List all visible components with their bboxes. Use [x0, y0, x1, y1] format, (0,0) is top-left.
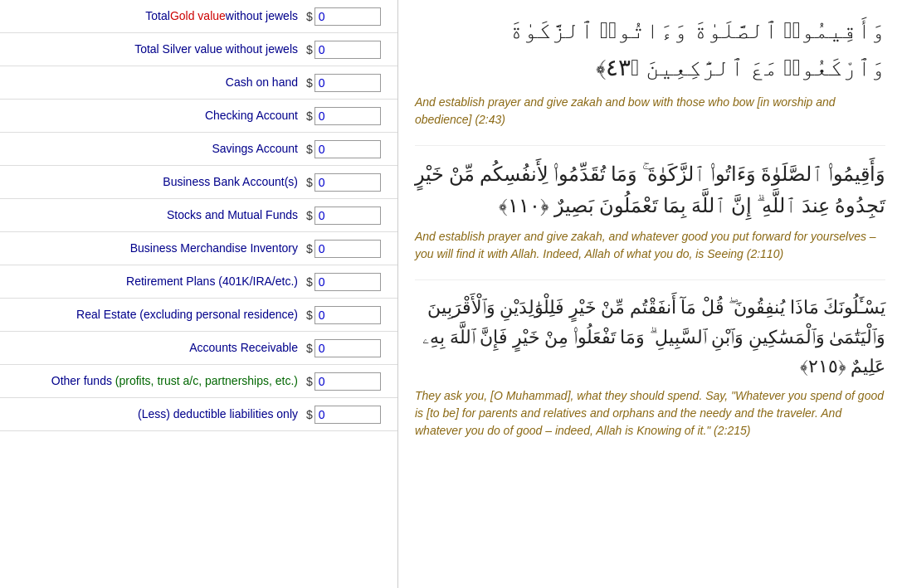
label-accounts-receivable: Accounts Receivable	[0, 340, 306, 355]
dollar-sign: $	[306, 242, 313, 255]
label-total-silver: Total Silver value without jewels	[0, 41, 306, 56]
form-row-total-silver: Total Silver value without jewels $	[0, 33, 397, 66]
input-group-liabilities: $	[306, 406, 397, 424]
label-real-estate: Real Estate (excluding personal residenc…	[0, 307, 306, 322]
input-group-retirement: $	[306, 273, 397, 291]
form-row-retirement: Retirement Plans (401K/IRA/etc.) $	[0, 265, 397, 299]
input-cash-on-hand[interactable]	[314, 74, 381, 92]
translation-text-2: And establish prayer and give zakah, and…	[415, 228, 885, 263]
label-other-funds: Other funds (profits, trust a/c, partner…	[0, 373, 306, 388]
arabic-block-1: وَأَقِيمُوا۟ ٱلصَّلَوٰةَ وَءَاتُوا۟ ٱلزَ…	[415, 12, 885, 129]
form-row-accounts-receivable: Accounts Receivable $	[0, 332, 397, 365]
input-total-silver[interactable]	[314, 41, 381, 59]
input-liabilities[interactable]	[314, 406, 381, 424]
form-row-business-bank: Business Bank Account(s) $	[0, 166, 397, 199]
form-row-liabilities: (Less) deductible liabilities only $	[0, 398, 397, 431]
dollar-sign: $	[306, 43, 313, 56]
form-row-real-estate: Real Estate (excluding personal residenc…	[0, 299, 397, 332]
input-real-estate[interactable]	[314, 306, 381, 324]
main-container: TotalGold valuewithout jewels $ Total Si…	[0, 0, 902, 588]
arabic-block-3: يَسْـَٔلُونَكَ مَاذَا يُنفِقُونَ ۖ قُلْ …	[415, 293, 885, 440]
dollar-sign: $	[306, 309, 313, 322]
dollar-sign: $	[306, 375, 313, 388]
dollar-sign: $	[306, 342, 313, 355]
dollar-sign: $	[306, 10, 313, 23]
arabic-text-2: وَأَقِيمُوا۟ ٱلصَّلَوٰةَ وَءَاتُوا۟ ٱلزَ…	[415, 158, 885, 222]
dollar-sign: $	[306, 176, 313, 189]
dollar-sign: $	[306, 76, 313, 90]
label-savings-account: Savings Account	[0, 141, 306, 156]
translation-text-1: And establish prayer and give zakah and …	[415, 94, 885, 129]
form-row-other-funds: Other funds (profits, trust a/c, partner…	[0, 365, 397, 398]
input-retirement[interactable]	[314, 273, 381, 291]
dollar-sign: $	[306, 275, 313, 289]
input-group-business-bank: $	[306, 173, 397, 192]
arabic-text-1: وَأَقِيمُوا۟ ٱلصَّلَوٰةَ وَءَاتُوا۟ ٱلزَ…	[415, 12, 885, 87]
label-business-bank: Business Bank Account(s)	[0, 174, 306, 189]
form-row-savings-account: Savings Account $	[0, 133, 397, 166]
input-business-bank[interactable]	[314, 173, 381, 192]
input-group-other-funds: $	[306, 372, 397, 391]
input-other-funds[interactable]	[314, 372, 381, 391]
input-total-gold[interactable]	[314, 7, 381, 26]
right-panel: وَأَقِيمُوا۟ ٱلصَّلَوٰةَ وَءَاتُوا۟ ٱلزَ…	[398, 0, 902, 588]
label-cash-on-hand: Cash on hand	[0, 75, 306, 90]
form-row-stocks: Stocks and Mutual Funds $	[0, 199, 397, 232]
label-retirement: Retirement Plans (401K/IRA/etc.)	[0, 274, 306, 289]
input-merchandise[interactable]	[314, 240, 381, 258]
form-row-cash-on-hand: Cash on hand $	[0, 66, 397, 100]
form-row-total-gold: TotalGold valuewithout jewels $	[0, 0, 397, 33]
input-group-savings-account: $	[306, 140, 397, 158]
dollar-sign: $	[306, 109, 313, 123]
form-row-merchandise: Business Merchandise Inventory $	[0, 232, 397, 265]
input-stocks[interactable]	[314, 207, 381, 225]
input-group-stocks: $	[306, 207, 397, 225]
divider-1	[415, 145, 885, 146]
dollar-sign: $	[306, 209, 313, 222]
input-group-real-estate: $	[306, 306, 397, 324]
input-checking-account[interactable]	[314, 107, 381, 125]
label-stocks: Stocks and Mutual Funds	[0, 207, 306, 222]
input-group-cash-on-hand: $	[306, 74, 397, 92]
left-panel: TotalGold valuewithout jewels $ Total Si…	[0, 0, 398, 588]
input-group-merchandise: $	[306, 240, 397, 258]
input-group-total-gold: $	[306, 7, 397, 26]
label-total-gold: TotalGold valuewithout jewels	[0, 8, 306, 23]
input-accounts-receivable[interactable]	[314, 339, 381, 357]
input-group-accounts-receivable: $	[306, 339, 397, 357]
input-savings-account[interactable]	[314, 140, 381, 158]
label-merchandise: Business Merchandise Inventory	[0, 241, 306, 255]
input-group-total-silver: $	[306, 41, 397, 59]
dollar-sign: $	[306, 143, 313, 156]
divider-2	[415, 279, 885, 280]
form-row-checking-account: Checking Account $	[0, 100, 397, 133]
label-checking-account: Checking Account	[0, 108, 306, 123]
other-funds-green: (profits, trust a/c, partnerships, etc.)	[115, 374, 298, 387]
gold-highlight: Gold value	[170, 9, 226, 22]
label-liabilities: (Less) deductible liabilities only	[0, 406, 306, 421]
dollar-sign: $	[306, 408, 313, 421]
arabic-block-2: وَأَقِيمُوا۟ ٱلصَّلَوٰةَ وَءَاتُوا۟ ٱلزَ…	[415, 158, 885, 264]
arabic-text-3: يَسْـَٔلُونَكَ مَاذَا يُنفِقُونَ ۖ قُلْ …	[415, 293, 885, 381]
input-group-checking-account: $	[306, 107, 397, 125]
translation-text-3: They ask you, [O Muhammad], what they sh…	[415, 387, 885, 440]
